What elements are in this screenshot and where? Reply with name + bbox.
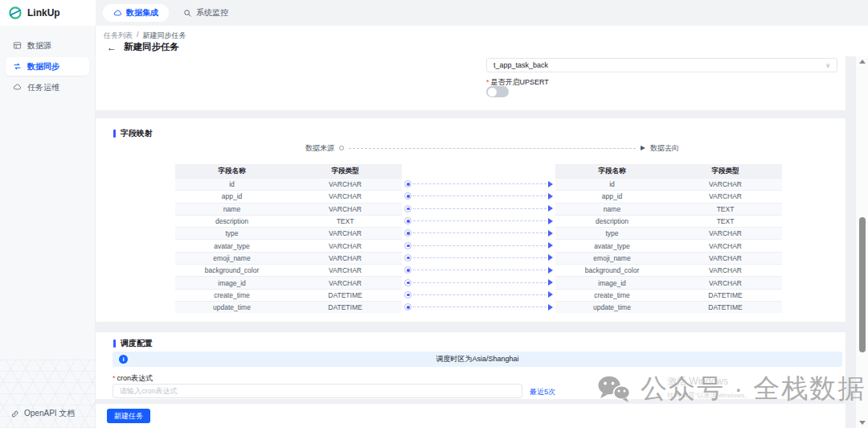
table-cell: background_color (555, 265, 669, 276)
topbar: LinkUp 数据集成 系统监控 (0, 0, 868, 26)
schedule-title: 调度配置 (113, 338, 153, 349)
source-port-icon[interactable] (404, 242, 411, 249)
recent-runs-link[interactable]: 最近5次 (530, 387, 555, 397)
scrollbar[interactable] (855, 56, 868, 428)
table-row: background_colorVARCHAR (555, 264, 782, 276)
mapping-dashed-line (413, 294, 547, 295)
mapping-connector-row (404, 227, 553, 239)
back-arrow-icon[interactable]: ← (107, 42, 117, 53)
table-cell: VARCHAR (669, 191, 782, 202)
cloud-ops-icon (13, 83, 22, 92)
breadcrumb-parent[interactable]: 任务列表 (104, 31, 133, 41)
chevron-down-icon: ∨ (825, 62, 830, 69)
target-arrow-icon (548, 267, 553, 274)
source-port-icon[interactable] (404, 229, 411, 237)
table-cell: VARCHAR (669, 253, 782, 264)
target-arrow-icon (548, 242, 553, 249)
mapping-dashed-line (413, 220, 547, 221)
table-row: idVARCHAR (555, 178, 782, 190)
table-cell: id (555, 179, 669, 190)
table-row: descriptionTEXT (555, 215, 782, 227)
target-table-select[interactable]: t_app_task_back ∨ (486, 58, 837, 72)
sidebar-item-taskops[interactable]: 任务运维 (6, 78, 89, 97)
target-arrow-icon (548, 230, 553, 237)
table-cell: emoji_name (175, 253, 289, 264)
table-cell: image_id (175, 277, 289, 288)
mapping-connectors (404, 178, 553, 313)
table-cell: id (175, 179, 289, 190)
table-cell: DATETIME (669, 302, 782, 313)
source-port-icon[interactable] (404, 180, 411, 187)
table-cell: DATETIME (669, 290, 782, 301)
column-header-type: 字段类型 (669, 164, 782, 178)
table-cell: name (175, 204, 289, 215)
mapping-connector-row (404, 264, 553, 276)
field-mapping-title: 字段映射 (113, 128, 153, 139)
scroll-up-icon[interactable] (859, 60, 866, 64)
table-cell: TEXT (669, 204, 782, 215)
table-row: app_idVARCHAR (555, 190, 782, 202)
content-header: 任务列表 / 新建同步任务 ← 新建同步任务 (96, 26, 868, 56)
timezone-alert-text: 调度时区为Asia/Shanghai (436, 354, 518, 364)
scrollbar-thumb[interactable] (859, 217, 866, 352)
cron-input[interactable] (113, 384, 522, 398)
nav-data-integration[interactable]: 数据集成 (103, 4, 169, 22)
sidebar: 数据源 数据同步 任务运维 OpenAPI 文档 (0, 26, 96, 428)
table-cell: description (555, 216, 669, 227)
source-port-icon[interactable] (404, 205, 411, 212)
table-row: create_timeDATETIME (175, 289, 402, 301)
sidebar-item-label: 数据源 (27, 40, 51, 51)
schedule-card: 调度配置 i 调度时区为Asia/Shanghai *cron表达式 最近5次 (96, 332, 845, 399)
source-port-icon[interactable] (404, 291, 411, 298)
mapping-connector-row (404, 276, 553, 288)
source-port-icon[interactable] (404, 254, 411, 261)
table-cell: image_id (555, 277, 669, 288)
toggle-knob (488, 88, 497, 97)
table-cell: VARCHAR (289, 228, 402, 239)
brand-name: LinkUp (27, 7, 60, 19)
openapi-doc-label: OpenAPI 文档 (24, 408, 75, 419)
table-cell: VARCHAR (289, 253, 402, 264)
target-arrow-icon (548, 254, 553, 261)
mapping-direction-header: 数据来源 数据去向 (305, 143, 679, 153)
monitor-search-icon (183, 9, 192, 18)
table-row: image_idVARCHAR (175, 276, 402, 288)
table-row: update_timeDATETIME (555, 301, 782, 313)
mapping-dashed-line (413, 245, 547, 246)
footer-action-bar: 新建任务 (96, 404, 845, 428)
sidebar-item-datasync[interactable]: 数据同步 (6, 57, 89, 76)
table-cell: update_time (555, 302, 669, 313)
table-cell: VARCHAR (289, 277, 402, 288)
create-task-button[interactable]: 新建任务 (107, 409, 150, 423)
mapping-dashed-line (413, 183, 547, 184)
target-arrow-icon (548, 304, 553, 311)
brand-logo-area: LinkUp (0, 0, 96, 26)
target-table-body: idVARCHARapp_idVARCHARnameTEXTdescriptio… (555, 178, 782, 313)
scroll-down-icon[interactable] (859, 421, 866, 425)
table-row: avatar_typeVARCHAR (175, 239, 402, 251)
source-table-header: 字段名称 字段类型 (175, 164, 402, 178)
upsert-toggle[interactable] (486, 86, 509, 97)
source-port-icon[interactable] (404, 192, 411, 200)
source-port-icon[interactable] (404, 266, 411, 274)
nav-label: 数据集成 (126, 7, 158, 19)
mapping-connector-row (404, 190, 553, 202)
table-row: create_timeDATETIME (555, 289, 782, 301)
source-port-icon[interactable] (404, 217, 411, 224)
page-title-row: ← 新建同步任务 (107, 41, 179, 53)
required-mark: * (113, 374, 116, 382)
openapi-doc-link[interactable]: OpenAPI 文档 (10, 408, 75, 419)
source-port-icon[interactable] (404, 279, 411, 286)
table-row: nameVARCHAR (175, 203, 402, 215)
target-table-header: 字段名称 字段类型 (555, 164, 782, 178)
mapping-connector-row (404, 289, 553, 301)
field-mapping-card: 字段映射 数据来源 数据去向 字段名称 字段类型 idVARCHARapp_id… (96, 118, 845, 322)
table-row: emoji_nameVARCHAR (555, 252, 782, 264)
source-port-icon[interactable] (404, 303, 411, 311)
table-cell: app_id (175, 191, 289, 202)
target-arrow-icon (548, 291, 553, 298)
nav-system-monitor[interactable]: 系统监控 (175, 4, 236, 22)
sidebar-item-datasource[interactable]: 数据源 (6, 36, 89, 55)
mapping-dashed-line (413, 233, 547, 233)
table-cell: app_id (555, 191, 669, 202)
